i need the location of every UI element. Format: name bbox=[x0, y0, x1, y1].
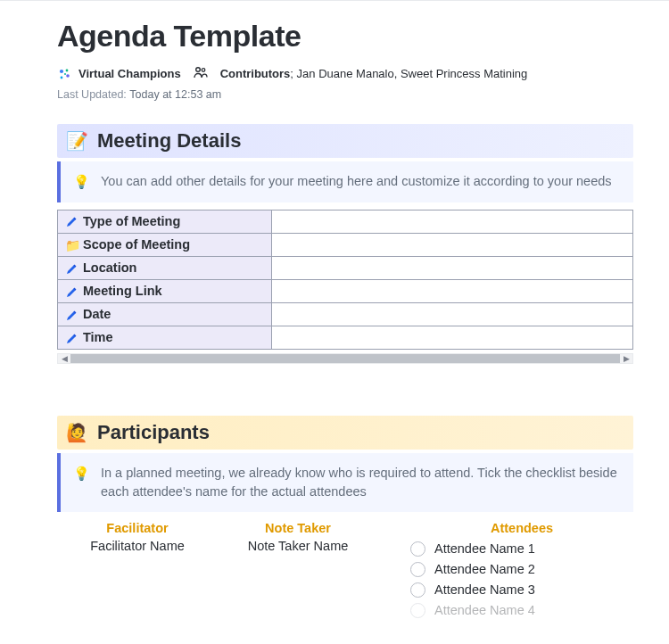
contributors-label: Contributors bbox=[220, 67, 291, 80]
table-row: 📁Scope of Meeting bbox=[58, 233, 633, 256]
attendees-head: Attendees bbox=[410, 521, 633, 535]
attendees-list: Attendee Name 1Attendee Name 2Attendee N… bbox=[410, 539, 633, 621]
last-updated: Last Updated: Today at 12:53 am bbox=[57, 88, 633, 101]
attendee-checkbox[interactable] bbox=[410, 541, 425, 557]
table-row: Location bbox=[58, 256, 633, 279]
facilitator-name[interactable]: Facilitator Name bbox=[57, 539, 218, 553]
pencil-icon bbox=[65, 263, 79, 276]
scroll-left-arrow-icon[interactable]: ◀ bbox=[58, 354, 70, 363]
org-chip[interactable]: Virtual Champions bbox=[57, 67, 181, 81]
section-header-meeting-details: 📝 Meeting Details bbox=[57, 124, 633, 158]
attendees-column: Attendees Attendee Name 1Attendee Name 2… bbox=[378, 521, 633, 621]
org-name: Virtual Champions bbox=[78, 67, 181, 80]
detail-label-cell: Type of Meeting bbox=[58, 210, 272, 233]
detail-value-cell[interactable] bbox=[272, 256, 633, 279]
notetaker-name[interactable]: Note Taker Name bbox=[218, 539, 378, 553]
svg-point-1 bbox=[66, 69, 69, 71]
table-row: Date bbox=[58, 302, 633, 326]
participants-heading: Participants bbox=[97, 421, 210, 444]
contributors: Contributors; Jan Duane Manalo, Sweet Pr… bbox=[220, 67, 528, 80]
svg-point-6 bbox=[202, 69, 205, 72]
attendee-checkbox[interactable] bbox=[410, 562, 425, 577]
page-title[interactable]: Agenda Template bbox=[57, 19, 633, 54]
list-item: Attendee Name 3 bbox=[410, 580, 633, 600]
org-logo-icon bbox=[57, 67, 71, 81]
attendee-name[interactable]: Attendee Name 2 bbox=[434, 562, 535, 576]
page-root: Agenda Template Virtual Champions bbox=[0, 1, 669, 621]
pencil-icon bbox=[65, 286, 79, 299]
lightbulb-icon: 💡 bbox=[73, 172, 90, 192]
notetaker-column: Note Taker Note Taker Name bbox=[218, 521, 378, 621]
raising-hand-icon: 🙋 bbox=[66, 422, 88, 443]
table-row: Meeting Link bbox=[58, 279, 633, 302]
detail-label-cell: Meeting Link bbox=[58, 279, 272, 302]
contributors-names: Jan Duane Manalo, Sweet Princess Matinin… bbox=[297, 67, 528, 80]
attendee-name[interactable]: Attendee Name 1 bbox=[434, 541, 535, 556]
scroll-track[interactable] bbox=[70, 354, 620, 363]
last-updated-label: Last Updated: bbox=[57, 88, 127, 101]
last-updated-value: Today at 12:53 am bbox=[129, 88, 221, 101]
detail-label-cell: Time bbox=[58, 326, 272, 349]
meeting-details-table: Type of Meeting📁Scope of MeetingLocation… bbox=[57, 210, 633, 350]
roles-row: Facilitator Facilitator Name Note Taker … bbox=[57, 521, 633, 621]
folder-icon: 📁 bbox=[65, 238, 79, 252]
table-row: Time bbox=[58, 326, 633, 349]
participants-section: 🙋 Participants 💡 In a planned meeting, w… bbox=[57, 416, 633, 621]
horizontal-scrollbar[interactable]: ◀ ▶ bbox=[57, 353, 633, 364]
participants-tip-text: In a planned meeting, we already know wh… bbox=[101, 464, 621, 501]
detail-value-cell[interactable] bbox=[272, 326, 633, 349]
detail-label-cell: 📁Scope of Meeting bbox=[58, 233, 272, 256]
meta-row: Virtual Champions Contributors; Jan Duan… bbox=[57, 66, 633, 81]
meeting-details-table-wrap: Type of Meeting📁Scope of MeetingLocation… bbox=[57, 210, 633, 364]
pencil-icon bbox=[65, 333, 79, 345]
svg-point-0 bbox=[60, 69, 63, 72]
participants-tip: 💡 In a planned meeting, we already know … bbox=[57, 453, 633, 512]
attendee-checkbox[interactable] bbox=[410, 582, 425, 598]
detail-label-cell: Location bbox=[58, 256, 272, 279]
detail-label-cell: Date bbox=[58, 302, 272, 326]
svg-point-3 bbox=[61, 76, 63, 78]
attendee-name[interactable]: Attendee Name 4 bbox=[434, 603, 535, 617]
detail-label: Scope of Meeting bbox=[83, 237, 190, 252]
attendee-name[interactable]: Attendee Name 3 bbox=[434, 582, 535, 597]
svg-point-2 bbox=[66, 74, 70, 78]
list-item: Attendee Name 4 bbox=[410, 600, 633, 621]
section-header-participants: 🙋 Participants bbox=[57, 416, 633, 450]
meeting-details-tip-text: You can add other details for your meeti… bbox=[101, 172, 612, 191]
detail-label: Type of Meeting bbox=[83, 214, 180, 228]
detail-label: Location bbox=[83, 260, 136, 275]
scroll-right-arrow-icon[interactable]: ▶ bbox=[620, 354, 632, 363]
detail-value-cell[interactable] bbox=[272, 233, 633, 256]
detail-value-cell[interactable] bbox=[272, 279, 633, 302]
facilitator-column: Facilitator Facilitator Name bbox=[57, 521, 218, 621]
pencil-icon bbox=[65, 216, 79, 228]
notepad-icon: 📝 bbox=[66, 130, 88, 152]
svg-point-5 bbox=[195, 68, 200, 72]
detail-value-cell[interactable] bbox=[272, 302, 633, 326]
pencil-icon bbox=[65, 310, 79, 322]
detail-label: Meeting Link bbox=[83, 284, 162, 298]
facilitator-head: Facilitator bbox=[57, 521, 218, 535]
meeting-details-heading: Meeting Details bbox=[97, 129, 241, 153]
detail-value-cell[interactable] bbox=[272, 210, 633, 233]
table-row: Type of Meeting bbox=[58, 210, 633, 233]
notetaker-head: Note Taker bbox=[218, 521, 378, 535]
meeting-details-tip: 💡 You can add other details for your mee… bbox=[57, 161, 633, 202]
svg-point-4 bbox=[64, 72, 66, 74]
attendee-checkbox[interactable] bbox=[410, 603, 425, 618]
list-item: Attendee Name 1 bbox=[410, 539, 633, 559]
contributors-icon bbox=[194, 66, 208, 81]
detail-label: Date bbox=[83, 307, 111, 321]
detail-label: Time bbox=[83, 330, 113, 344]
lightbulb-icon: 💡 bbox=[73, 464, 90, 483]
list-item: Attendee Name 2 bbox=[410, 559, 633, 580]
